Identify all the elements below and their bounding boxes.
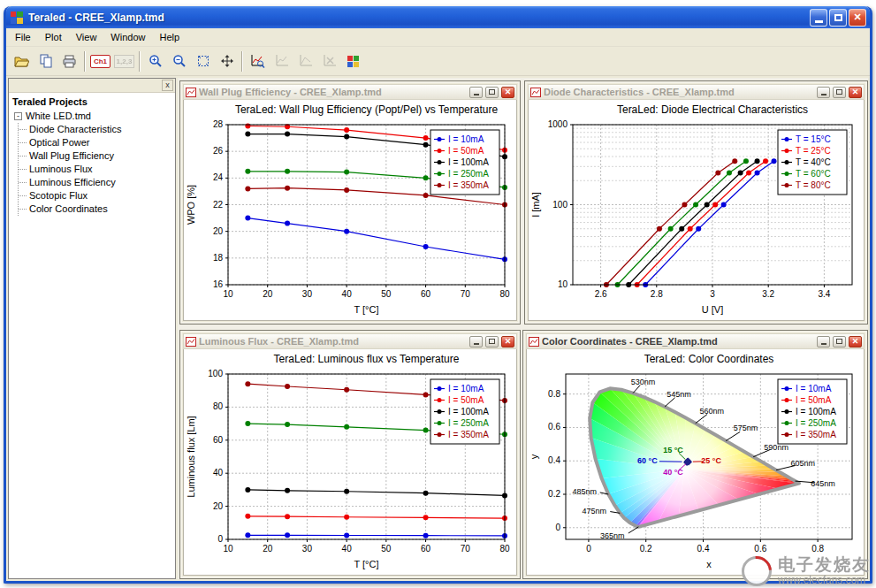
svg-text:0.6: 0.6 <box>754 544 766 554</box>
plot-delete-button <box>317 50 341 73</box>
close-button[interactable]: ✕ <box>849 9 866 27</box>
svg-text:I = 10mA: I = 10mA <box>448 384 484 393</box>
tree-expander-icon[interactable]: - <box>14 112 22 120</box>
lum-maximize-button[interactable] <box>485 336 499 347</box>
diode-characteristics-window: Diode Characteristics - CREE_Xlamp.tmd ✕… <box>524 80 868 325</box>
svg-text:0.2: 0.2 <box>548 489 560 499</box>
svg-text:20: 20 <box>263 544 273 554</box>
minimize-button[interactable] <box>810 9 827 27</box>
child-window-title: Color Coordinates - CREE_Xlamp.tmd <box>542 336 814 347</box>
diode-maximize-button[interactable] <box>833 87 846 98</box>
color-coordinates-chart[interactable]: 530nm545nm560nm575nm590nm605nm645nm485nm… <box>526 349 865 576</box>
svg-text:10: 10 <box>558 279 568 289</box>
svg-text:24: 24 <box>213 172 224 182</box>
svg-text:60: 60 <box>421 544 431 554</box>
menu-window[interactable]: Window <box>103 29 152 45</box>
svg-text:26: 26 <box>213 146 224 156</box>
app-icon <box>10 11 24 25</box>
open-button[interactable] <box>10 50 34 73</box>
color-button[interactable] <box>341 50 365 73</box>
plot-zoom-button[interactable] <box>246 50 270 73</box>
print-button[interactable] <box>57 50 81 73</box>
svg-text:365nm: 365nm <box>600 531 625 540</box>
svg-text:40: 40 <box>213 468 224 477</box>
channel-button[interactable]: Ch1 <box>88 50 112 73</box>
svg-text:10: 10 <box>223 544 233 554</box>
luminous-flux-titlebar[interactable]: Luminous Flux - CREE_Xlamp.tmd ✕ <box>183 333 517 349</box>
tree-item-wall-plug-efficiency[interactable]: Wall Plug Efficiency <box>19 149 173 163</box>
tree-item-diode-characteristics[interactable]: Diode Characteristics <box>19 123 173 136</box>
svg-text:T [°C]: T [°C] <box>354 559 378 569</box>
color-minimize-button[interactable] <box>817 336 830 347</box>
titlebar[interactable]: Teraled - CREE_Xlamp.tmd ✕ <box>6 6 870 28</box>
wall-plug-efficiency-chart[interactable]: 102030405060708016182022242628TeraLed: W… <box>183 100 517 321</box>
pan-button[interactable] <box>215 50 239 73</box>
menu-file[interactable]: File <box>8 29 38 45</box>
tree-item-scotopic-flux[interactable]: Scotopic Flux <box>19 189 173 202</box>
svg-text:15 °C: 15 °C <box>663 446 683 454</box>
svg-text:30: 30 <box>302 289 313 299</box>
mdi-area: Wall Plug Efficiency - CREE_Xlamp.tmd ✕ … <box>178 78 868 579</box>
svg-text:TeraLed: Diode Electrical Char: TeraLed: Diode Electrical Characteristic… <box>617 103 808 116</box>
restore-button[interactable] <box>829 9 847 27</box>
svg-text:I = 50mA: I = 50mA <box>796 395 832 405</box>
svg-text:I = 100mA: I = 100mA <box>448 407 489 416</box>
lum-close-button[interactable]: ✕ <box>501 336 514 347</box>
svg-text:T = 25°C: T = 25°C <box>796 146 831 156</box>
svg-text:0: 0 <box>555 523 560 532</box>
svg-text:25 °C: 25 °C <box>701 456 721 465</box>
zoom-in-button[interactable] <box>143 50 167 73</box>
tree-root-item[interactable]: White LED.tmd <box>26 110 91 123</box>
menu-help[interactable]: Help <box>152 29 187 45</box>
svg-text:80: 80 <box>499 289 510 299</box>
menu-plot[interactable]: Plot <box>38 29 69 45</box>
wall-plug-efficiency-window: Wall Plug Efficiency - CREE_Xlamp.tmd ✕ … <box>179 80 521 325</box>
copy-button[interactable] <box>34 50 57 73</box>
diode-minimize-button[interactable] <box>817 87 830 98</box>
svg-text:TeraLed: Luminous flux vs Temp: TeraLed: Luminous flux vs Temperature <box>274 353 460 365</box>
wall-plug-efficiency-titlebar[interactable]: Wall Plug Efficiency - CREE_Xlamp.tmd ✕ <box>183 84 517 100</box>
svg-text:WPO [%]: WPO [%] <box>186 185 196 225</box>
wpe-maximize-button[interactable] <box>485 87 499 98</box>
toolbar-separator <box>139 51 141 72</box>
lum-minimize-button[interactable] <box>469 336 483 347</box>
color-close-button[interactable]: ✕ <box>849 336 862 347</box>
tree-item-luminous-efficiency[interactable]: Luminous Efficiency <box>19 176 173 189</box>
svg-text:0.4: 0.4 <box>548 455 560 465</box>
color-palette-icon <box>347 55 360 68</box>
svg-text:T [°C]: T [°C] <box>354 304 378 315</box>
print-icon <box>62 55 77 68</box>
zoom-out-button[interactable] <box>167 50 191 73</box>
values-button: 1,2,3 <box>112 50 136 73</box>
tree-item-luminous-flux[interactable]: Luminous Flux <box>19 163 173 176</box>
svg-text:575nm: 575nm <box>734 424 758 432</box>
toolbar-separator <box>241 51 243 72</box>
menu-view[interactable]: View <box>69 29 104 45</box>
tree-item-color-coordinates[interactable]: Color Coordinates <box>19 202 173 216</box>
zoom-full-button[interactable] <box>191 50 215 73</box>
svg-text:I = 250mA: I = 250mA <box>448 169 489 179</box>
projects-panel-header: x <box>9 79 175 93</box>
luminous-flux-window: Luminous Flux - CREE_Xlamp.tmd ✕ 1020304… <box>179 330 521 579</box>
svg-text:TeraLed: Color Coordinates: TeraLed: Color Coordinates <box>644 353 774 365</box>
plot-line-button <box>270 50 293 73</box>
svg-text:560nm: 560nm <box>699 407 724 416</box>
svg-text:0: 0 <box>217 534 223 544</box>
svg-text:100: 100 <box>552 200 567 210</box>
projects-panel-close-button[interactable]: x <box>162 80 173 91</box>
svg-text:20: 20 <box>263 289 273 299</box>
color-maximize-button[interactable] <box>833 336 846 347</box>
tree-item-optical-power[interactable]: Optical Power <box>19 136 173 149</box>
diode-close-button[interactable]: ✕ <box>849 87 862 98</box>
diode-characteristics-titlebar[interactable]: Diode Characteristics - CREE_Xlamp.tmd ✕ <box>528 84 865 100</box>
color-coordinates-titlebar[interactable]: Color Coordinates - CREE_Xlamp.tmd ✕ <box>526 333 865 349</box>
toolbar-separator <box>84 51 86 72</box>
diode-characteristics-chart[interactable]: 2.62.833.23.4101001000TeraLed: Diode Ele… <box>528 100 865 321</box>
wpe-close-button[interactable]: ✕ <box>501 87 514 98</box>
wpe-minimize-button[interactable] <box>469 87 483 98</box>
plot-line2-button <box>293 50 317 73</box>
plot-window-icon <box>186 337 196 347</box>
svg-text:I = 10mA: I = 10mA <box>796 384 832 393</box>
svg-text:T = 60°C: T = 60°C <box>796 169 831 179</box>
luminous-flux-chart[interactable]: 1020304050607080020406080100TeraLed: Lum… <box>183 349 517 576</box>
